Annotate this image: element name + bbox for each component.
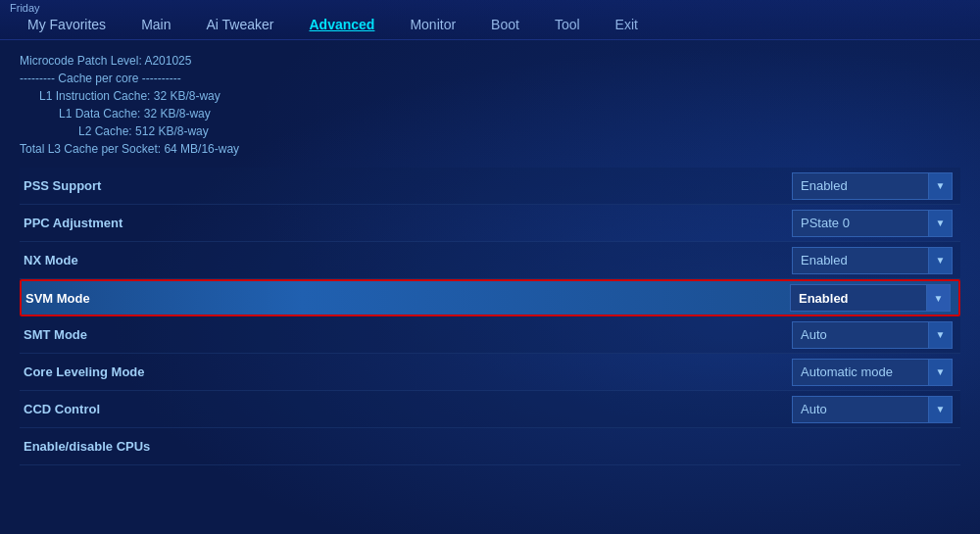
smt-mode-dropdown-container: Auto ▼: [792, 321, 953, 349]
pss-support-value: Enabled: [801, 178, 848, 193]
ccd-control-arrow[interactable]: ▼: [929, 396, 953, 423]
ccd-control-dropdown[interactable]: Auto: [792, 396, 929, 423]
nx-mode-label: NX Mode: [24, 253, 78, 267]
cache-header-line: --------- Cache per core ----------: [20, 70, 960, 87]
ppc-adjustment-value: PState 0: [801, 216, 850, 230]
pss-support-row: PSS Support Enabled ▼: [20, 168, 960, 205]
ppc-adjustment-row: PPC Adjustment PState 0 ▼: [20, 205, 960, 242]
pss-support-dropdown-container: Enabled ▼: [792, 172, 953, 200]
ppc-adjustment-arrow[interactable]: ▼: [929, 210, 953, 237]
nx-mode-row: NX Mode Enabled ▼: [20, 242, 960, 279]
nav-main[interactable]: Main: [123, 11, 188, 38]
svm-mode-row: SVM Mode Enabled ▼: [20, 279, 960, 316]
day-label: Friday: [10, 2, 40, 14]
core-leveling-row: Core Leveling Mode Automatic mode ▼: [20, 354, 960, 391]
nav-boot[interactable]: Boot: [473, 11, 537, 38]
main-content: Microcode Patch Level: A201025 ---------…: [0, 40, 980, 473]
enable-cpus-row: Enable/disable CPUs: [20, 428, 960, 465]
l1-data-line: L1 Data Cache: 32 KB/8-way: [20, 105, 960, 122]
smt-mode-value: Auto: [801, 327, 827, 342]
smt-mode-dropdown[interactable]: Auto: [792, 321, 929, 349]
nav-advanced[interactable]: Advanced: [291, 11, 392, 38]
core-leveling-dropdown[interactable]: Automatic mode: [792, 359, 929, 386]
svm-mode-value: Enabled: [799, 291, 849, 306]
ccd-control-dropdown-container: Auto ▼: [792, 396, 953, 423]
ppc-adjustment-dropdown[interactable]: PState 0: [792, 210, 929, 237]
smt-mode-row: SMT Mode Auto ▼: [20, 316, 960, 354]
svm-mode-dropdown[interactable]: Enabled: [790, 284, 927, 312]
cpu-info-section: Microcode Patch Level: A201025 ---------…: [20, 48, 960, 162]
nx-mode-arrow[interactable]: ▼: [929, 247, 953, 274]
pss-support-arrow[interactable]: ▼: [929, 172, 953, 200]
ccd-control-label: CCD Control: [24, 402, 100, 416]
pss-support-label: PSS Support: [24, 178, 101, 193]
l1-instruction-line: L1 Instruction Cache: 32 KB/8-way: [20, 87, 960, 105]
nav-monitor[interactable]: Monitor: [392, 11, 473, 38]
settings-section: PSS Support Enabled ▼ PPC Adjustment PSt…: [20, 168, 960, 465]
svm-mode-arrow[interactable]: ▼: [927, 284, 951, 312]
nx-mode-dropdown[interactable]: Enabled: [792, 247, 929, 274]
smt-mode-arrow[interactable]: ▼: [929, 321, 953, 349]
nav-my-favorites[interactable]: My Favorites: [10, 11, 123, 38]
nav-exit[interactable]: Exit: [598, 11, 656, 38]
ccd-control-row: CCD Control Auto ▼: [20, 391, 960, 428]
svm-mode-dropdown-container: Enabled ▼: [790, 284, 951, 312]
core-leveling-label: Core Leveling Mode: [24, 364, 145, 379]
l2-cache-line: L2 Cache: 512 KB/8-way: [20, 122, 960, 140]
top-navigation: My Favorites Main Ai Tweaker Advanced Mo…: [0, 0, 980, 40]
svm-mode-label: SVM Mode: [25, 291, 90, 306]
core-leveling-dropdown-container: Automatic mode ▼: [792, 359, 953, 386]
nx-mode-value: Enabled: [801, 253, 848, 267]
pss-support-dropdown[interactable]: Enabled: [792, 172, 929, 200]
nav-ai-tweaker[interactable]: Ai Tweaker: [188, 11, 291, 38]
ppc-adjustment-dropdown-container: PState 0 ▼: [792, 210, 953, 237]
ppc-adjustment-label: PPC Adjustment: [24, 216, 122, 230]
nx-mode-dropdown-container: Enabled ▼: [792, 247, 953, 274]
core-leveling-arrow[interactable]: ▼: [929, 359, 953, 386]
ccd-control-value: Auto: [801, 402, 827, 416]
l3-cache-line: Total L3 Cache per Socket: 64 MB/16-way: [20, 140, 960, 158]
nav-tool[interactable]: Tool: [537, 11, 598, 38]
smt-mode-label: SMT Mode: [24, 327, 87, 342]
nav-items-container: My Favorites Main Ai Tweaker Advanced Mo…: [10, 1, 970, 38]
microcode-line: Microcode Patch Level: A201025: [20, 52, 960, 70]
core-leveling-value: Automatic mode: [801, 364, 893, 379]
enable-cpus-label: Enable/disable CPUs: [24, 439, 150, 454]
